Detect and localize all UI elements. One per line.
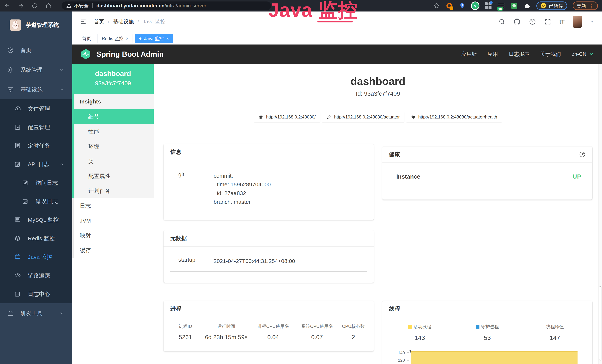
legend-peak-threads-label: 线程峰值 (546, 324, 564, 330)
url-host[interactable]: dashboard.yudao.iocoder.cn (97, 3, 165, 9)
extension-green-icon[interactable] (510, 2, 518, 10)
sba-menu-config-props[interactable]: 配置属性 (74, 169, 154, 183)
font-size-icon[interactable]: tT (559, 19, 565, 25)
breadcrumb-infrastructure[interactable]: 基础设施 (113, 18, 134, 25)
infrastructure-submenu: 文件管理 配置管理 定时任务 API 日志 (0, 99, 72, 303)
sidebar-item-access-logs[interactable]: 访问日志 (0, 173, 72, 192)
health-card-title: 健康 (389, 151, 400, 158)
fullscreen-icon[interactable] (544, 18, 551, 25)
sidebar-item-config-management[interactable]: 配置管理 (0, 118, 72, 137)
tab-java-monitor[interactable]: Java 监控 × (135, 34, 173, 43)
breadcrumb-home[interactable]: 首页 (94, 18, 104, 25)
sba-logo-icon (80, 48, 92, 60)
sidebar-item-dev-tools[interactable]: 研发工具 (0, 303, 72, 323)
chevron-down-icon (59, 311, 64, 316)
url-path[interactable]: /infra/admin-server (165, 3, 206, 9)
tab-redis-monitor[interactable]: Redis 监控 × (97, 34, 133, 43)
sba-nav-wallboard[interactable]: 应用墙 (461, 51, 477, 58)
health-url-button[interactable]: http://192.168.0.2:48080/actuator/health (406, 112, 502, 122)
sba-menu-metrics[interactable]: 性能 (74, 124, 154, 139)
process-card: 进程 进程ID5261 运行时间6d 23h 15m 59s 进程CPU使用率0… (163, 301, 374, 351)
sidebar-item-log-center[interactable]: 日志中心 (0, 285, 72, 303)
close-icon[interactable]: × (126, 36, 129, 41)
forward-icon[interactable] (18, 3, 24, 9)
close-icon[interactable]: × (166, 36, 169, 41)
scrollbar[interactable] (598, 64, 602, 364)
browser-menu-icon[interactable]: ⋮ (589, 3, 594, 9)
metadata-startup-value: 2021-04-27T00:44:31.254+08:00 (214, 257, 295, 265)
bookmark-star-icon[interactable] (433, 2, 440, 9)
reload-icon[interactable] (32, 3, 38, 9)
back-icon[interactable] (4, 3, 10, 9)
process-col-pid: 进程ID (169, 323, 202, 329)
actuator-url-button[interactable]: http://192.168.0.2:48080/actuator (322, 112, 404, 122)
sba-brand-title[interactable]: Spring Boot Admin (97, 50, 164, 58)
divider (389, 187, 586, 187)
security-label[interactable]: 不安全 (74, 3, 89, 9)
health-instance-row[interactable]: Instance UP (382, 163, 592, 180)
git-commit-details: commit: time: 1596289704000 id: 27aa832 … (214, 171, 271, 206)
sidebar-item-file-management[interactable]: 文件管理 (0, 99, 72, 118)
scrollbar-thumb[interactable] (599, 286, 602, 361)
user-menu-caret-icon[interactable] (590, 20, 595, 24)
legend-daemon-threads-label: 守护进程 (481, 324, 499, 330)
extension-orange-icon[interactable] (446, 2, 453, 10)
sba-menu-logs[interactable]: 日志 (74, 198, 154, 213)
help-question-icon[interactable] (529, 18, 536, 25)
sba-menu-scheduled-tasks[interactable]: 计划任务 (74, 183, 154, 198)
github-icon[interactable] (513, 18, 521, 25)
sba-locale-select[interactable]: zh-CN (572, 51, 594, 57)
profile-emoji-icon (540, 3, 547, 9)
extension-switch-on-icon[interactable]: on (497, 2, 505, 10)
edit-icon (14, 161, 21, 168)
sidebar-item-tracing[interactable]: 链路追踪 (0, 266, 72, 285)
avatar[interactable] (573, 16, 582, 28)
browser-update-button[interactable]: 更新 ⋮ (573, 1, 598, 10)
journal-icon (14, 142, 21, 149)
sidebar-item-home[interactable]: 首页 (0, 40, 72, 60)
edit-icon (14, 291, 21, 298)
history-icon[interactable] (579, 151, 586, 158)
search-icon[interactable] (499, 18, 505, 25)
home-icon[interactable] (45, 3, 52, 9)
legend-live-threads-label: 活动线程 (413, 324, 431, 330)
sidebar-item-error-logs[interactable]: 错误日志 (0, 192, 72, 211)
sba-menu-classes[interactable]: 类 (74, 154, 154, 169)
sidebar-item-scheduled-jobs[interactable]: 定时任务 (0, 137, 72, 155)
metadata-key-startup: startup (163, 257, 214, 265)
sidebar-item-infrastructure[interactable]: 基础设施 (0, 80, 72, 99)
tab-home[interactable]: 首页 (78, 34, 95, 43)
divider (170, 271, 367, 272)
sba-nav-journal[interactable]: 日志报表 (509, 51, 529, 58)
sba-menu-environment[interactable]: 环境 (74, 139, 154, 154)
process-col-cpu: 进程CPU使用率 (250, 323, 296, 329)
suitcase-icon (7, 310, 14, 317)
process-uptime-value: 6d 23h 15m 59s (202, 334, 250, 341)
metadata-card-title: 元数据 (163, 230, 374, 247)
app-logo-row[interactable]: 芋道管理系统 (0, 11, 72, 34)
sba-menu-mappings[interactable]: 映射 (74, 228, 154, 243)
sba-nav-applications[interactable]: 应用 (488, 51, 498, 58)
address-bar[interactable]: 不安全 dashboard.yudao.iocoder.cn /infra/ad… (62, 1, 271, 10)
sba-menu-caches[interactable]: 缓存 (74, 243, 154, 258)
sidebar-item-java-monitor[interactable]: Java 监控 (0, 248, 72, 266)
sidebar-item-system-management[interactable]: 系统管理 (0, 60, 72, 80)
profile-paused-chip[interactable]: 已暂停 (536, 1, 567, 10)
threads-stats: 活动线程 143 守护进程 53 线程峰值 (382, 317, 592, 341)
live-threads-value: 143 (386, 334, 454, 341)
extension-grid-icon[interactable] (484, 2, 492, 10)
extension-y-icon[interactable]: y (472, 2, 479, 10)
instance-url-button[interactable]: http://192.168.0.2:48080/ (254, 112, 320, 122)
process-col-syscpu: 系统CPU使用率 (296, 323, 338, 329)
spring-boot-admin-frame: Spring Boot Admin 应用墙 应用 日志报表 关于我们 zh-CN (72, 44, 602, 364)
extension-pin-icon[interactable] (459, 2, 466, 10)
sidebar-item-api-logs[interactable]: API 日志 (0, 155, 72, 173)
extensions-puzzle-icon[interactable] (523, 2, 531, 10)
sidebar-item-redis-monitor[interactable]: Redis 监控 (0, 229, 72, 248)
sba-nav-about[interactable]: 关于我们 (540, 51, 561, 58)
divider (170, 211, 367, 211)
sidebar-item-mysql-monitor[interactable]: MySQL 监控 (0, 211, 72, 229)
sba-menu-jvm[interactable]: JVM (74, 213, 154, 228)
hamburger-icon[interactable] (80, 18, 87, 25)
sba-menu-details[interactable]: 细节 (74, 109, 154, 124)
